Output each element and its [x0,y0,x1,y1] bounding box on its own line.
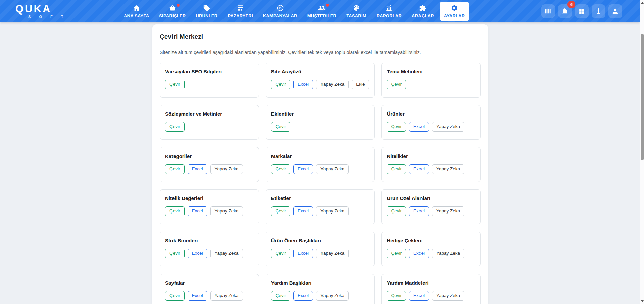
card-actions: ÇevirExcelYapay Zeka [271,164,369,174]
card-actions: ÇevirExcelYapay Zeka [387,206,475,216]
nav-item-label: TASARIM [346,13,366,18]
card-title: Markalar [271,153,369,159]
excel-button[interactable]: Excel [409,164,429,174]
brand-logo[interactable]: QUKA S O F T [15,4,69,19]
excel-button[interactable]: Excel [409,122,429,132]
cevir-button[interactable]: Çevir [165,80,185,89]
cevir-button[interactable]: Çevir [271,249,291,258]
notifications-button[interactable]: 6 [558,4,572,18]
cevir-button[interactable]: Çevir [165,249,185,258]
card-title: Nitelik Değerleri [165,195,254,201]
translation-card: EtiketlerÇevirExcelYapay Zeka [266,189,375,224]
nav-item-label: ANA SAYFA [124,13,149,18]
excel-button[interactable]: Excel [293,249,313,258]
cevir-button[interactable]: Çevir [165,122,185,132]
excel-button[interactable]: Excel [293,206,313,216]
translation-card: NiteliklerÇevirExcelYapay Zeka [381,147,481,182]
nav-item-araclar[interactable]: ARAÇLAR [407,2,438,21]
cards-grid: Varsayılan SEO BilgileriÇevirSite Arayüz… [160,63,481,304]
yapay-zeka-button[interactable]: Yapay Zeka [210,249,243,258]
vertical-scrollbar[interactable] [640,0,644,304]
apps-button[interactable] [575,4,589,18]
card-actions: ÇevirExcelYapay Zeka [165,249,254,258]
cevir-button[interactable]: Çevir [387,291,406,301]
cevir-button[interactable]: Çevir [271,122,291,132]
puzzle-icon [419,4,427,12]
account-button[interactable] [608,4,622,18]
cevir-button[interactable]: Çevir [387,164,406,174]
card-title: Kategoriler [165,153,254,159]
card-actions: ÇevirExcelYapay Zeka [165,164,254,174]
yapay-zeka-button[interactable]: Yapay Zeka [316,206,349,216]
nav-item-tasarim[interactable]: TASARIM [342,2,371,21]
cevir-button[interactable]: Çevir [387,80,406,89]
yapay-zeka-button[interactable]: Yapay Zeka [316,291,349,301]
nav-item-label: ÜRÜNLER [196,13,217,18]
cevir-button[interactable]: Çevir [271,80,291,89]
card-actions: ÇevirExcelYapay Zeka [165,206,254,216]
ekle-button[interactable]: Ekle [352,80,369,89]
card-title: Stok Birimleri [165,238,254,243]
barcode-button[interactable] [541,4,555,18]
translation-card: Nitelik DeğerleriÇevirExcelYapay Zeka [160,189,259,224]
excel-button[interactable]: Excel [188,249,207,258]
nav-item-kampanyalar[interactable]: KAMPANYALAR [259,2,302,21]
yapay-zeka-button[interactable]: Yapay Zeka [432,122,464,132]
scrollbar-thumb[interactable] [641,34,644,160]
nav-item-ana-sayfa[interactable]: ANA SAYFA [119,2,153,21]
yapay-zeka-button[interactable]: Yapay Zeka [316,164,349,174]
yapay-zeka-button[interactable]: Yapay Zeka [432,206,464,216]
nav-item-pazaryeri[interactable]: PAZARYERİ [223,2,257,21]
cevir-button[interactable]: Çevir [165,206,185,216]
excel-button[interactable]: Excel [293,291,313,301]
card-actions: ÇevirExcelYapay Zeka [165,291,254,301]
excel-button[interactable]: Excel [188,164,207,174]
card-actions: Çevir [165,80,254,89]
nav-item-raporlar[interactable]: RAPORLAR [372,2,406,21]
yapay-zeka-button[interactable]: Yapay Zeka [432,249,464,258]
nav-item-label: PAZARYERİ [228,13,253,18]
card-title: Etiketler [271,195,369,201]
translation-card: EklentilerÇevir [266,105,375,140]
yapay-zeka-button[interactable]: Yapay Zeka [316,80,349,89]
nav-item-label: RAPORLAR [377,13,402,18]
excel-button[interactable]: Excel [188,291,207,301]
cevir-button[interactable]: Çevir [387,249,406,258]
scroll-down-arrow-icon[interactable] [641,300,644,302]
translation-card: Ürün Özel AlanlarıÇevirExcelYapay Zeka [381,189,481,224]
translation-card: ÜrünlerÇevirExcelYapay Zeka [381,105,481,140]
scroll-up-arrow-icon[interactable] [641,2,644,4]
cevir-button[interactable]: Çevir [271,291,291,301]
yapay-zeka-button[interactable]: Yapay Zeka [210,291,243,301]
excel-button[interactable]: Excel [409,291,429,301]
excel-button[interactable]: Excel [293,80,313,89]
yapay-zeka-button[interactable]: Yapay Zeka [210,164,243,174]
nav-item-siparisler[interactable]: SİPARİŞLER [155,2,190,21]
card-actions: ÇevirExcelYapay Zeka [387,291,475,301]
cevir-button[interactable]: Çevir [271,164,291,174]
cevir-button[interactable]: Çevir [165,291,185,301]
cevir-button[interactable]: Çevir [271,206,291,216]
cevir-button[interactable]: Çevir [387,206,406,216]
info-button[interactable] [592,4,605,18]
nav-item-ayarlar[interactable]: AYARLAR [440,2,469,21]
excel-button[interactable]: Excel [409,249,429,258]
yapay-zeka-button[interactable]: Yapay Zeka [432,164,464,174]
nav-item-urunler[interactable]: ÜRÜNLER [191,2,222,21]
excel-button[interactable]: Excel [293,164,313,174]
card-actions: ÇevirExcelYapay ZekaEkle [271,80,369,89]
yapay-zeka-button[interactable]: Yapay Zeka [316,249,349,258]
cevir-button[interactable]: Çevir [165,164,185,174]
nav-item-label: KAMPANYALAR [263,13,297,18]
excel-button[interactable]: Excel [409,206,429,216]
card-title: Sözleşmeler ve Metinler [165,111,254,117]
excel-button[interactable]: Excel [188,206,207,216]
translation-card: Yardım BaşlıklarıÇevirExcelYapay Zeka [266,274,375,304]
translation-card: MarkalarÇevirExcelYapay Zeka [266,147,375,182]
cevir-button[interactable]: Çevir [387,122,406,132]
yapay-zeka-button[interactable]: Yapay Zeka [432,291,464,301]
translation-card: Site ArayüzüÇevirExcelYapay ZekaEkle [266,63,375,98]
translation-card: Tema MetinleriÇevir [381,63,481,98]
nav-item-musteriler[interactable]: MÜŞTERİLER [303,2,341,21]
yapay-zeka-button[interactable]: Yapay Zeka [210,206,243,216]
